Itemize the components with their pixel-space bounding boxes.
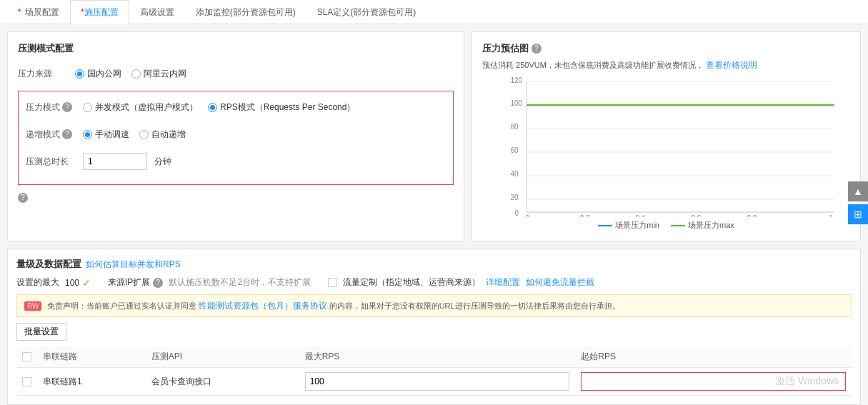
svg-text:0.4: 0.4 — [636, 214, 646, 217]
chart-subtitle: 预估消耗 250VUM，未包含保底消费及高级功能扩展收费情况， 查看价格说明 — [482, 59, 850, 71]
radio-concurrent-circle — [83, 103, 92, 112]
pressure-mode-row: 压力模式 ? 并发模式（虚拟用户模式） RPS模式（Requests Per S… — [26, 97, 446, 117]
svg-text:0.8: 0.8 — [747, 214, 757, 217]
side-icons: ▲ ⊞ — [848, 181, 868, 224]
rw-badge: RW — [24, 301, 41, 311]
svg-text:80: 80 — [511, 123, 519, 131]
max-setting-item: 设置的最大 100 ✓ — [16, 276, 91, 289]
legend-min-line — [598, 225, 612, 226]
legend-min: 场景压力min — [598, 220, 659, 231]
increment-mode-label: 递增模式 ? — [26, 129, 83, 141]
tab-monitor[interactable]: 添加监控(部分资源包可用) — [185, 0, 306, 24]
source-ip-help-icon[interactable]: ? — [153, 278, 163, 288]
duration-input[interactable] — [83, 153, 147, 170]
info-row: 设置的最大 100 ✓ 来源IP扩展 ? 默认施压机数不足2台时，不支持扩展 流… — [16, 276, 852, 289]
col-header-api: 压测API — [146, 346, 299, 368]
col-header-chain: 串联链路 — [37, 346, 146, 368]
row-api: 会员卡查询接口 — [146, 368, 299, 396]
pressure-mode-options: 并发模式（虚拟用户模式） RPS模式（Requests Per Second） — [83, 101, 355, 114]
svg-text:100: 100 — [511, 99, 523, 107]
radio-auto-mode[interactable]: 自动递增 — [139, 129, 186, 141]
row-startrps-cell: 激活 Windows — [575, 368, 852, 396]
batch-setting-button[interactable]: 批量设置 — [16, 323, 66, 341]
radio-manual-circle — [83, 130, 92, 139]
activate-overlay: 激活 Windows — [581, 372, 846, 391]
chart-legend: 场景压力min 场景压力max — [482, 220, 850, 231]
chart-title-row: 压力预估图 ? — [482, 42, 850, 55]
tab-scene[interactable]: 场景配置 — [7, 0, 70, 24]
green-check-icon: ✓ — [82, 277, 91, 289]
main-content: 压测模式配置 压力来源 国内公网 阿里云内网 压力模 — [0, 24, 868, 249]
side-icon-grid[interactable]: ⊞ — [848, 204, 868, 224]
svg-text:0.6: 0.6 — [692, 214, 702, 217]
chart-title: 压力预估图 — [482, 42, 529, 55]
svg-text:0: 0 — [526, 214, 530, 217]
radio-rps-mode[interactable]: RPS模式（Requests Per Second） — [208, 101, 355, 114]
bottom-section: 量级及数据配置 如何估算目标并发和RPS 设置的最大 100 ✓ 来源IP扩展 … — [7, 249, 861, 405]
rps-help-link[interactable]: 如何估算目标并发和RPS — [86, 259, 181, 271]
left-panel: 压测模式配置 压力来源 国内公网 阿里云内网 压力模 — [7, 31, 464, 241]
chart-svg-container: 120 100 80 60 40 20 0 0 0 — [482, 74, 850, 217]
tab-advanced[interactable]: 高级设置 — [129, 0, 185, 24]
bottom-help-area: ? — [18, 192, 454, 203]
svg-text:120: 120 — [511, 76, 523, 84]
duration-unit: 分钟 — [154, 156, 171, 168]
config-table: 串联链路 压测API 最大RPS 起始RPS 串联链路1 — [16, 346, 852, 396]
flow-custom-checkbox[interactable] — [328, 278, 337, 287]
svg-text:0.2: 0.2 — [580, 214, 590, 217]
row-checkbox-cell — [16, 368, 37, 396]
tabs-container: 场景配置 *施压配置 高级设置 添加监控(部分资源包可用) SLA定义(部分资源… — [0, 0, 868, 24]
flow-custom-item: 流量定制（指定地域、运营商来源） 详细配置 如何避免流量拦截 — [328, 276, 594, 289]
radio-aliyun-network[interactable]: 阿里云内网 — [131, 68, 186, 80]
pressure-source-label: 压力来源 — [18, 68, 75, 80]
pressure-chart-svg: 120 100 80 60 40 20 0 0 0 — [482, 74, 850, 217]
radio-rps-circle — [208, 103, 217, 112]
increment-mode-options: 手动调速 自动递增 — [83, 129, 186, 141]
svg-text:60: 60 — [511, 146, 519, 154]
legend-max-line — [671, 225, 685, 226]
duration-content: 分钟 — [83, 153, 171, 170]
radio-domestic-network[interactable]: 国内公网 — [75, 68, 121, 80]
increment-mode-row: 递增模式 ? 手动调速 自动递增 — [26, 124, 446, 144]
duration-row: 压测总时长 分钟 — [26, 151, 446, 171]
svg-text:0: 0 — [515, 209, 519, 217]
col-header-startrps: 起始RPS — [575, 346, 852, 368]
row-maxrps-cell — [299, 368, 576, 396]
row-startrps-input[interactable] — [581, 372, 846, 391]
tab-pressure[interactable]: *施压配置 — [70, 0, 129, 24]
grid-icon: ⊞ — [854, 209, 862, 220]
row-chain: 串联链路1 — [37, 368, 146, 396]
pressure-mode-label: 压力模式 ? — [26, 101, 83, 114]
chart-help-icon[interactable]: ? — [532, 44, 542, 54]
pressure-source-row: 压力来源 国内公网 阿里云内网 — [18, 64, 454, 84]
section-title-pressure-config: 压测模式配置 — [18, 42, 454, 55]
service-agreement-link[interactable]: 性能测试资源包（包月）服务协议 — [199, 301, 327, 311]
row-checkbox[interactable] — [22, 377, 31, 386]
bottom-title: 量级及数据配置 — [16, 258, 81, 271]
arrow-icon: ▲ — [853, 186, 863, 197]
chart-price-link[interactable]: 查看价格说明 — [706, 60, 757, 70]
tab-sla[interactable]: SLA定义(部分资源包可用) — [306, 0, 427, 24]
increment-mode-help-icon[interactable]: ? — [62, 129, 72, 139]
flow-detail-link[interactable]: 详细配置 — [486, 276, 520, 289]
table-header-checkbox[interactable] — [22, 352, 31, 361]
col-header-checkbox — [16, 346, 37, 368]
pressure-mode-help-icon[interactable]: ? — [62, 102, 72, 112]
bottom-help-icon[interactable]: ? — [18, 193, 28, 203]
highlight-box: 压力模式 ? 并发模式（虚拟用户模式） RPS模式（Requests Per S… — [18, 91, 454, 185]
radio-domestic-circle — [75, 69, 84, 79]
svg-text:20: 20 — [511, 194, 519, 201]
table-row: 串联链路1 会员卡查询接口 激活 Windows — [16, 368, 852, 396]
right-panel: 压力预估图 ? 预估消耗 250VUM，未包含保底消费及高级功能扩展收费情况， … — [472, 31, 861, 241]
row-maxrps-input[interactable] — [305, 372, 570, 391]
svg-text:1: 1 — [829, 214, 834, 217]
radio-concurrent-mode[interactable]: 并发模式（虚拟用户模式） — [83, 101, 198, 114]
duration-label: 压测总时长 — [26, 156, 83, 168]
side-icon-top[interactable]: ▲ — [848, 181, 868, 201]
svg-text:40: 40 — [511, 170, 519, 178]
radio-auto-circle — [139, 130, 149, 139]
bottom-header: 量级及数据配置 如何估算目标并发和RPS — [16, 258, 852, 271]
warning-bar: RW 免责声明：当前账户已通过实名认证并同意 性能测试资源包（包月）服务协议 的… — [16, 294, 852, 317]
radio-manual-mode[interactable]: 手动调速 — [83, 129, 129, 141]
avoid-intercept-link[interactable]: 如何避免流量拦截 — [526, 276, 594, 289]
